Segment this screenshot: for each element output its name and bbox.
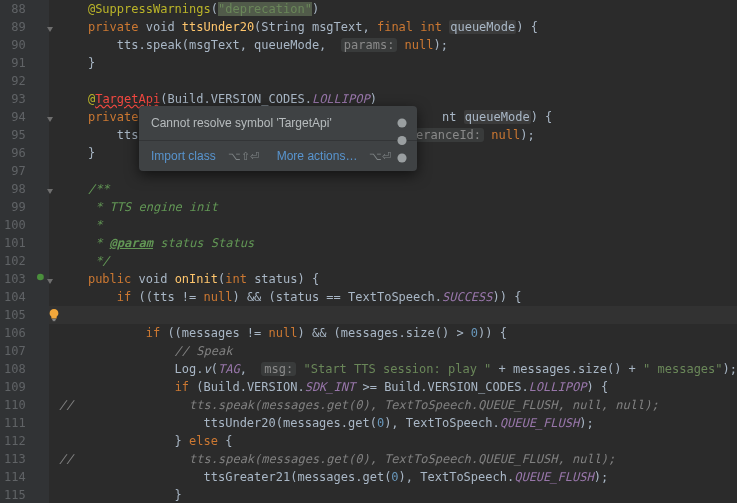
import-class-link[interactable]: Import class	[151, 149, 216, 163]
shortcut-hint: ⌥⏎	[369, 150, 391, 163]
code-area[interactable]: @SuppressWarnings("deprecation") private…	[49, 0, 737, 503]
gutter-marks-column	[36, 0, 44, 503]
more-actions-link[interactable]: More actions…	[277, 149, 358, 163]
svg-point-0	[37, 274, 44, 281]
svg-point-3	[397, 118, 406, 127]
intention-bulb-icon[interactable]	[47, 308, 61, 322]
current-line-highlight	[49, 306, 737, 324]
svg-point-5	[397, 153, 406, 162]
svg-rect-1	[52, 319, 56, 320]
shortcut-hint: ⌥⇧⏎	[228, 150, 259, 163]
error-tooltip-popup: Cannot resolve symbol 'TargetApi' Import…	[139, 106, 417, 171]
svg-rect-2	[53, 320, 56, 321]
svg-point-4	[397, 136, 406, 145]
tooltip-message: Cannot resolve symbol 'TargetApi'	[151, 116, 332, 130]
line-number-gutter: 88 89 90 91 92 93 94 95 96 97 98 99 100 …	[0, 0, 36, 503]
more-icon[interactable]	[395, 116, 409, 168]
code-editor[interactable]: 88 89 90 91 92 93 94 95 96 97 98 99 100 …	[0, 0, 737, 503]
